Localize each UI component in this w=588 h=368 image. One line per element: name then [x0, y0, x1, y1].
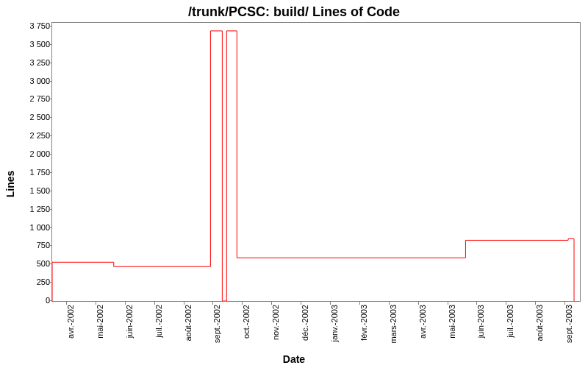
y-tick-label: 3 000 — [6, 77, 50, 85]
x-tick-label: mai-2002 — [96, 305, 104, 339]
x-tick-label: févr.-2003 — [359, 305, 368, 341]
y-tick-label: 2 250 — [6, 131, 50, 140]
y-tick-label: 750 — [6, 241, 50, 250]
y-tick-label: 1 000 — [6, 223, 50, 232]
y-tick-label: 2 000 — [6, 149, 50, 158]
line-series — [52, 23, 580, 301]
x-tick-label: mars-2003 — [389, 305, 398, 344]
x-tick-label: janv.-2003 — [330, 305, 339, 342]
plot-area — [51, 22, 581, 302]
y-tick-label: 3 250 — [6, 58, 50, 67]
y-tick-label: 3 500 — [6, 40, 50, 49]
x-tick-label: août-2002 — [184, 305, 193, 342]
x-tick-label: avr.-2002 — [66, 305, 75, 339]
chart-title: /trunk/PCSC: build/ Lines of Code — [0, 4, 588, 20]
y-tick-label: 500 — [6, 259, 50, 268]
y-tick-label: 2 750 — [6, 94, 50, 103]
x-tick-label: juil.-2003 — [506, 305, 514, 338]
chart-container: /trunk/PCSC: build/ Lines of Code Lines … — [0, 0, 588, 368]
y-tick-label: 250 — [6, 277, 50, 286]
y-tick-label: 2 500 — [6, 113, 50, 121]
x-tick-label: avr.-2003 — [418, 305, 427, 339]
x-tick-label: mai-2003 — [448, 305, 456, 339]
y-tick-label: 1 500 — [6, 186, 50, 195]
x-tick-label: sept.-2003 — [564, 305, 573, 343]
y-tick-label: 1 750 — [6, 168, 50, 177]
x-tick-label: déc.-2002 — [301, 305, 309, 341]
x-axis-label: Date — [0, 353, 588, 365]
x-tick-label: août-2003 — [535, 305, 544, 342]
y-tick-label: 3 750 — [6, 21, 50, 30]
x-tick-label: juin-2002 — [125, 305, 134, 338]
y-axis-label: Lines — [3, 0, 18, 368]
x-tick-label: nov.-2002 — [271, 305, 280, 340]
y-tick-label: 1 250 — [6, 205, 50, 213]
x-tick-label: oct.-2002 — [242, 305, 251, 339]
y-tick-label: 0 — [6, 296, 50, 305]
x-tick-label: juin-2003 — [476, 305, 485, 338]
x-tick-label: sept.-2002 — [212, 305, 221, 343]
x-tick-label: juil.-2002 — [154, 305, 163, 338]
